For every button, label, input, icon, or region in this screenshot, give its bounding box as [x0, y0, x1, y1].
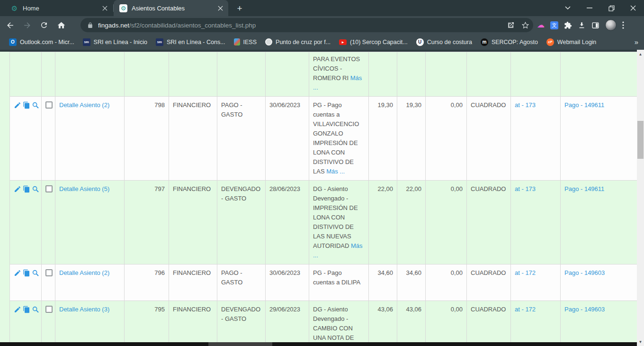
bookmark-item[interactable]: SERCOP: Agosto — [476, 36, 542, 48]
detalle-asiento-link[interactable]: Detalle Asiento (5) — [59, 185, 109, 192]
vertical-scrollbar-thumb[interactable] — [637, 121, 644, 159]
row-estado-cell: CUADRADO — [467, 301, 511, 346]
pago-link[interactable]: Pago - 149611 — [564, 101, 604, 109]
tipo-value: DEVENGADO - GASTO — [221, 185, 260, 202]
detalle-asiento-link[interactable]: Detalle Asiento (3) — [59, 306, 109, 313]
at-link[interactable]: at - 173 — [515, 101, 536, 109]
modulo-value: FINANCIERO — [173, 269, 211, 276]
at-link[interactable]: at - 172 — [515, 269, 536, 276]
bookmark-label: Webmail Login — [557, 39, 596, 46]
at-link[interactable]: at - 173 — [515, 185, 536, 192]
restore-button[interactable] — [600, 0, 622, 16]
search-magnifier-icon[interactable] — [32, 269, 39, 277]
back-icon[interactable] — [3, 18, 17, 32]
bookmark-item[interactable]: IESS — [230, 36, 261, 48]
pago-link[interactable]: Pago - 149603 — [564, 269, 605, 276]
tab-search-chevron-icon[interactable] — [557, 0, 579, 16]
row-detalle-cell — [55, 52, 125, 97]
reload-icon[interactable] — [37, 18, 51, 32]
copy-pages-icon[interactable] — [23, 185, 30, 193]
row-checkbox[interactable] — [45, 101, 53, 109]
scroll-up-arrow-icon[interactable]: ▲ — [637, 51, 644, 57]
tab-home[interactable]: ⚙ Home — [5, 0, 113, 16]
minimize-button[interactable] — [579, 0, 600, 16]
detalle-asiento-link[interactable]: Detalle Asiento (2) — [59, 101, 109, 109]
site-favicon-gear-icon: ⚙ — [10, 4, 18, 12]
search-magnifier-icon[interactable] — [32, 306, 39, 313]
row-numero-cell: 797 — [125, 181, 169, 264]
row-debe-cell: 22,00 — [369, 181, 397, 264]
row-pago-cell: Pago - 149603 — [561, 264, 637, 301]
lock-icon[interactable] — [87, 22, 93, 28]
edit-pencil-icon[interactable] — [14, 269, 21, 277]
row-checkbox[interactable] — [45, 306, 53, 313]
bookmark-item[interactable]: Punto de cruz por f... — [261, 36, 335, 48]
side-panel-icon[interactable] — [591, 21, 599, 29]
translate-extension-icon[interactable]: 文 — [550, 21, 558, 29]
edit-pencil-icon[interactable] — [14, 185, 21, 193]
tab-strip: ⚙ Home ⚙ Asientos Contables + — [0, 0, 644, 16]
row-checkbox[interactable] — [45, 185, 53, 192]
menu-dots-icon[interactable] — [622, 21, 624, 29]
copy-pages-icon[interactable] — [23, 101, 30, 109]
horizontal-scrollbar-thumb[interactable] — [208, 342, 272, 346]
moodle-favicon-icon — [481, 38, 488, 46]
share-icon[interactable] — [507, 21, 515, 29]
bookmark-star-icon[interactable] — [521, 21, 529, 29]
bookmark-item[interactable]: SRI en Línea - Inicio — [79, 36, 152, 48]
pago-link[interactable]: Pago - 149603 — [564, 306, 605, 313]
row-numero-cell: 798 — [125, 97, 169, 181]
fecha-value: 29/06/2023 — [269, 306, 300, 313]
home-icon[interactable] — [54, 18, 68, 32]
bookmark-item[interactable]: (10) Sercop Capacit... — [335, 36, 412, 48]
tab-close-icon[interactable] — [216, 4, 224, 12]
bookmarks-overflow-chevron[interactable]: » — [635, 38, 638, 46]
table-row: Detalle Asiento (2) 796 FINANCIERO PAGO … — [10, 264, 637, 301]
row-actions-cell — [10, 264, 42, 301]
bookmark-item[interactable]: SRI en Línea - Cons... — [152, 36, 230, 48]
horizontal-scrollbar[interactable] — [0, 342, 637, 346]
copy-pages-icon[interactable] — [23, 306, 30, 313]
new-tab-button[interactable]: + — [234, 3, 245, 14]
edit-pencil-icon[interactable] — [14, 101, 21, 109]
row-detalle-cell: Detalle Asiento (3) — [55, 301, 125, 346]
close-window-button[interactable] — [622, 0, 644, 16]
extensions-area: ☁ 文 — [537, 18, 624, 32]
row-at-cell: at - 172 — [511, 301, 561, 346]
extensions-puzzle-icon[interactable] — [564, 21, 572, 29]
bookmark-label: (10) Sercop Capacit... — [350, 39, 408, 46]
url-text: fingads.net/sf2/contabilidad/asientos_co… — [98, 22, 256, 29]
table-row: Detalle Asiento (5) 797 FINANCIERO DEVEN… — [10, 181, 637, 264]
address-bar[interactable]: fingads.net/sf2/contabilidad/asientos_co… — [80, 18, 533, 32]
row-fecha-cell: 29/06/2023 — [266, 301, 309, 346]
vertical-scrollbar[interactable]: ▲ ▼ — [637, 50, 644, 346]
row-checkbox[interactable] — [45, 269, 53, 276]
row-detalle-cell: Detalle Asiento (2) — [55, 97, 125, 181]
profile-avatar[interactable] — [605, 19, 617, 31]
descripcion-text: PG - Pago cuentas a VILLAVICENCIO GONZAL… — [313, 101, 359, 175]
at-link[interactable]: at - 172 — [515, 306, 536, 313]
modulo-value: FINANCIERO — [173, 185, 211, 192]
row-at-cell: at - 173 — [511, 97, 561, 181]
downloads-icon[interactable] — [578, 21, 586, 29]
bookmark-item[interactable]: Outlook.com - Micr... — [5, 36, 79, 48]
mas-link[interactable]: Más ... — [326, 168, 345, 175]
tab-asientos-contables[interactable]: ⚙ Asientos Contables — [114, 0, 228, 16]
copy-pages-icon[interactable] — [23, 269, 30, 277]
tab-close-icon[interactable] — [101, 4, 109, 12]
bookmark-item[interactable]: Webmail Login — [542, 36, 600, 48]
scroll-down-arrow-icon[interactable]: ▼ — [637, 338, 644, 345]
bookmark-label: SRI en Línea - Inicio — [94, 39, 147, 46]
bookmark-item[interactable]: Curso de costura — [412, 36, 476, 48]
cloud-extension-icon[interactable]: ☁ — [537, 21, 545, 29]
forward-icon[interactable] — [20, 18, 34, 32]
tipo-value: PAGO - GASTO — [221, 101, 242, 118]
pago-link[interactable]: Pago - 149611 — [564, 185, 604, 192]
edit-pencil-icon[interactable] — [14, 306, 21, 313]
detalle-asiento-link[interactable]: Detalle Asiento (2) — [59, 269, 109, 276]
row-tipo-cell: DEVENGADO - GASTO — [217, 301, 266, 346]
tab-title: Asientos Contables — [132, 5, 213, 12]
search-magnifier-icon[interactable] — [32, 101, 39, 109]
row-at-cell — [511, 52, 561, 97]
search-magnifier-icon[interactable] — [32, 185, 39, 193]
